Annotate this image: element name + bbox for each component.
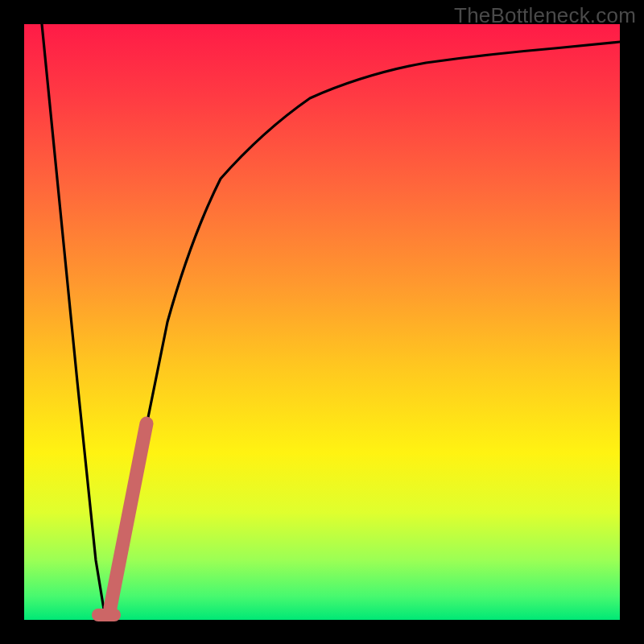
plot-area xyxy=(24,24,620,620)
chart-frame: TheBottleneck.com xyxy=(0,0,644,644)
watermark-text: TheBottleneck.com xyxy=(454,3,636,28)
curve-layer xyxy=(24,24,620,620)
highlight-segment xyxy=(110,423,147,608)
